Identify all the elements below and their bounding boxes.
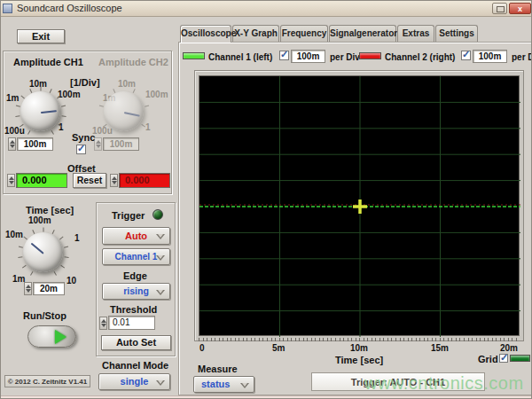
knob-needle — [30, 242, 43, 254]
edge-label: Edge — [123, 270, 147, 281]
amplitude-ch2-spinner — [94, 137, 102, 151]
chevron-down-icon — [240, 383, 249, 388]
channel2-label: Channel 2 (right) — [385, 52, 455, 62]
knob-needle — [123, 112, 139, 117]
channel2-scale-value[interactable]: 100m — [473, 50, 507, 63]
knob-scale-label: 10m — [5, 230, 23, 239]
tab-signalgenerator[interactable]: Signalgenerator — [329, 25, 396, 42]
channel-mode-value: single — [121, 376, 149, 387]
run-stop-button[interactable] — [27, 325, 76, 348]
play-icon — [55, 330, 66, 344]
offset-ch2-spinner[interactable] — [110, 174, 118, 187]
tab-frequency[interactable]: Frequency — [280, 25, 328, 42]
tab-xy-graph[interactable]: X-Y Graph — [232, 25, 279, 42]
tab-oscilloscope[interactable]: Oscilloscope — [180, 25, 231, 43]
threshold-spinner[interactable] — [99, 317, 107, 330]
title-bar: Soundcard Oszilloscope x — [1, 1, 532, 17]
time-title: Time [sec] — [26, 205, 74, 215]
restore-window-button[interactable] — [492, 3, 507, 14]
offset-ch1-value[interactable]: 0.000 — [16, 173, 67, 188]
offset-reset-button[interactable]: Reset — [73, 173, 106, 188]
channel1-label: Channel 1 (left) — [208, 52, 272, 62]
amplitude-ch1-title: Amplitude CH1 — [13, 57, 83, 67]
window-title: Soundcard Oszilloscope — [17, 3, 122, 13]
measure-label: Measure — [198, 364, 238, 374]
scope-display[interactable] — [199, 75, 520, 336]
trigger-mode-value: Auto — [125, 231, 147, 241]
knob-scale-label: 1m — [6, 93, 19, 103]
channel2-color-swatch — [359, 52, 381, 59]
close-window-button[interactable]: x — [509, 3, 531, 14]
scope-bezel — [194, 70, 524, 341]
chevron-down-icon — [156, 290, 165, 295]
grid-label: Grid — [478, 354, 498, 364]
knob-scale-label: 10m — [118, 79, 136, 89]
x-tick-label: 15m — [431, 343, 449, 353]
x-axis-title: Time [sec] — [335, 355, 383, 365]
channel2-unit-label: per Div — [512, 52, 532, 62]
channel2-enable-checkbox[interactable] — [461, 51, 471, 60]
amplitude-ch1-knob[interactable] — [20, 91, 60, 131]
knob-needle — [40, 110, 56, 113]
knob-scale-label: 100m — [145, 90, 168, 99]
trigger-led-indicator — [153, 209, 163, 220]
knob-scale-label: 10m — [29, 79, 47, 89]
amplitude-ch2-value: 100m — [103, 137, 139, 151]
grid-checkbox[interactable] — [499, 354, 508, 363]
window-bottom-edge — [1, 395, 532, 399]
trigger-status-bar: Trigger: AUTO - CH1 — [311, 372, 485, 391]
amplitude-ch2-knob — [104, 91, 144, 131]
exit-button[interactable]: Exit — [17, 29, 65, 43]
knob-face — [23, 232, 63, 272]
tab-settings[interactable]: Settings — [435, 25, 478, 42]
tab-extras[interactable]: Extras — [397, 25, 434, 42]
sync-checkbox[interactable] — [76, 145, 86, 154]
grid-color-swatch — [510, 355, 530, 362]
trigger-mode-dropdown[interactable]: Auto — [102, 227, 170, 245]
time-value[interactable]: 20m — [33, 282, 65, 295]
trigger-title: Trigger — [112, 210, 145, 221]
copyright-text: © 2012 C. Zeitnitz V1.41 — [4, 375, 90, 387]
knob-face — [104, 91, 144, 131]
amplitude-ch1-value[interactable]: 100m — [17, 137, 53, 151]
channel1-color-swatch — [183, 52, 205, 59]
x-tick-label: 5m — [272, 343, 285, 353]
per-div-unit-label: [1/Div] — [70, 77, 100, 88]
knob-scale-label: 1 — [145, 122, 151, 132]
measure-dropdown[interactable]: status — [193, 376, 254, 393]
knob-scale-label: 1 — [74, 233, 80, 243]
chevron-down-icon — [156, 255, 165, 261]
auto-set-button[interactable]: Auto Set — [101, 335, 171, 350]
run-stop-label: Run/Stop — [23, 310, 66, 321]
knob-scale-label: 100m — [58, 90, 81, 99]
x-axis-minor-ticks — [199, 338, 520, 341]
trigger-source-value: Channel 1 — [115, 252, 158, 262]
trigger-source-dropdown[interactable]: Channel 1 — [102, 248, 170, 265]
amplitude-groupbox: Amplitude CH1 Amplitude CH2 [1/Div] 1m 1… — [3, 51, 172, 194]
trigger-groupbox: Trigger Auto Channel 1 Edge rising Thres… — [96, 202, 176, 356]
threshold-label: Threshold — [110, 304, 157, 315]
trigger-edge-value: rising — [123, 286, 149, 296]
app-window: Soundcard Oszilloscope x Exit Amplitude … — [0, 0, 532, 399]
channel1-enable-checkbox[interactable] — [279, 51, 289, 60]
chevron-down-icon — [156, 380, 165, 386]
threshold-value[interactable]: 0.01 — [108, 316, 155, 330]
trigger-edge-dropdown[interactable]: rising — [102, 283, 170, 300]
channel1-scale-value[interactable]: 100m — [291, 50, 325, 63]
channel-mode-label: Channel Mode — [102, 360, 168, 371]
channel-mode-dropdown[interactable]: single — [98, 373, 170, 390]
x-tick-label: 10m — [350, 343, 368, 353]
chevron-down-icon — [156, 234, 165, 239]
cursor-crosshair-icon — [353, 200, 367, 214]
knob-scale-label: 100m — [28, 215, 51, 225]
time-spinner[interactable] — [24, 282, 32, 295]
time-knob[interactable] — [23, 232, 63, 272]
app-icon — [3, 4, 12, 13]
amplitude-ch1-spinner[interactable] — [8, 137, 16, 151]
measure-value: status — [201, 379, 230, 389]
offset-ch2-value[interactable]: 0.000 — [119, 173, 170, 188]
knob-face — [20, 91, 60, 131]
offset-ch1-spinner[interactable] — [7, 174, 15, 187]
x-tick-label: 0 — [200, 343, 205, 353]
scope-plot-svg — [200, 76, 520, 337]
